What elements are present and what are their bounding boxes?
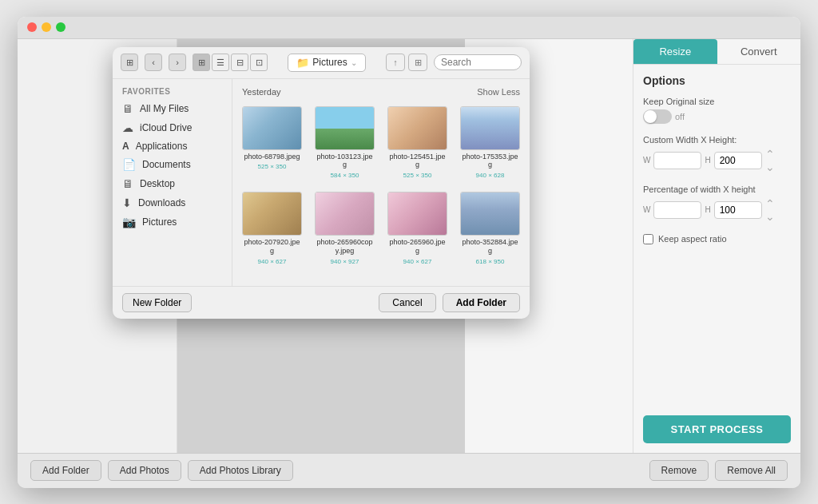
file-thumb-2 <box>387 106 447 150</box>
keep-aspect-checkbox[interactable] <box>643 234 653 244</box>
folder-icon: 📁 <box>296 57 309 69</box>
sidebar-item-desktop[interactable]: 🖥 Desktop <box>113 174 232 193</box>
sidebar-item-applications[interactable]: A Applications <box>113 137 232 155</box>
file-name-6: photo-265960.jpeg <box>387 238 447 256</box>
keep-original-toggle[interactable] <box>643 109 672 124</box>
custom-width-input[interactable] <box>653 152 701 169</box>
pct-height-input[interactable] <box>714 201 762 219</box>
add-folder-button[interactable]: Add Folder <box>30 460 101 481</box>
thumb-img-1 <box>316 107 374 149</box>
file-item-1[interactable]: photo-103123.jpeg 584 × 350 <box>312 103 378 183</box>
file-item-2[interactable]: photo-125451.jpeg 525 × 350 <box>384 103 451 183</box>
file-name-4: photo-207920.jpeg <box>242 238 302 256</box>
percentage-inputs: W H ⌃⌄ <box>643 197 791 223</box>
sidebar-item-pictures[interactable]: 📷 Pictures <box>113 212 232 232</box>
desktop-icon: 🖥 <box>122 177 133 190</box>
sidebar-item-documents[interactable]: 📄 Documents <box>113 155 232 174</box>
right-panel: Resize Convert Options Keep Original siz… <box>633 39 800 453</box>
custom-height-stepper[interactable]: ⌃⌄ <box>765 148 775 173</box>
percentage-group: Percentage of width X height W H ⌃⌄ <box>643 185 791 223</box>
content-area: ⊞ ‹ › ⊞ ☰ ⊟ ⊡ <box>177 39 633 453</box>
sidebar-item-downloads[interactable]: ⬇ Downloads <box>113 193 232 212</box>
dialog-bottom-right: Cancel Add Folder <box>379 293 520 312</box>
custom-size-label: Custom Width X Height: <box>643 135 791 145</box>
file-item-6[interactable]: photo-265960.jpeg 940 × 627 <box>384 189 451 268</box>
column-view-button[interactable]: ⊟ <box>231 54 248 71</box>
toggle-state-label: off <box>675 112 685 121</box>
options-title: Options <box>643 74 791 87</box>
title-bar <box>18 17 800 39</box>
file-size-7: 618 × 950 <box>476 258 505 265</box>
right-tabs: Resize Convert <box>633 39 800 65</box>
file-size-3: 940 × 628 <box>476 172 505 179</box>
location-pill: 📁 Pictures ⌄ <box>288 54 365 72</box>
keep-original-label: Keep Original size <box>643 97 791 106</box>
pct-width-input[interactable] <box>653 201 701 219</box>
width-label: W <box>643 156 650 165</box>
show-less-link[interactable]: Show Less <box>477 87 520 97</box>
file-thumb-1 <box>315 106 375 150</box>
cancel-button[interactable]: Cancel <box>379 293 435 312</box>
add-folder-confirm-button[interactable]: Add Folder <box>443 293 520 312</box>
traffic-lights <box>27 22 66 32</box>
dialog-bottom: New Folder Cancel Add Folder <box>113 286 530 319</box>
file-item-4[interactable]: photo-207920.jpeg 940 × 627 <box>239 189 305 268</box>
remove-all-button[interactable]: Remove All <box>715 460 788 481</box>
maximize-button[interactable] <box>56 22 66 32</box>
file-thumb-0 <box>242 106 302 150</box>
add-button[interactable]: ⊞ <box>408 54 427 71</box>
tab-convert[interactable]: Convert <box>717 39 801 64</box>
applications-icon: A <box>122 141 129 152</box>
dialog-sidebar: Favorites 🖥 All My Files ☁ iCloud Drive … <box>113 79 232 286</box>
thumb-img-0 <box>243 107 301 149</box>
file-size-0: 525 × 350 <box>258 163 287 170</box>
file-name-7: photo-352884.jpeg <box>460 238 520 256</box>
icon-view-button[interactable]: ⊞ <box>193 54 210 71</box>
back-button[interactable]: ‹ <box>145 54 162 71</box>
dialog-action-buttons: ↑ ⊞ <box>386 54 427 71</box>
close-button[interactable] <box>27 22 37 32</box>
search-input[interactable] <box>434 54 522 70</box>
file-size-4: 940 × 627 <box>258 258 287 265</box>
sidebar-item-all-my-files[interactable]: 🖥 All My Files <box>113 99 232 118</box>
file-item-5[interactable]: photo-265960copy.jpeg 940 × 927 <box>312 189 378 268</box>
new-folder-button[interactable]: New Folder <box>122 293 192 312</box>
pct-height-stepper[interactable]: ⌃⌄ <box>765 197 775 223</box>
keep-aspect-row: Keep aspect ratio <box>643 234 791 244</box>
thumb-img-7 <box>461 192 519 235</box>
add-photos-library-button[interactable]: Add Photos Library <box>188 460 293 481</box>
sidebar-item-label: All My Files <box>140 103 189 114</box>
sidebar-item-label: iCloud Drive <box>140 122 192 133</box>
list-view-button[interactable]: ☰ <box>212 54 229 71</box>
sidebar-item-label: Desktop <box>140 178 175 189</box>
custom-size-group: Custom Width X Height: W H ⌃⌄ <box>643 135 791 173</box>
toggle-row: off <box>643 109 791 124</box>
share-button[interactable]: ↑ <box>386 54 405 71</box>
main-area: ⊞ ‹ › ⊞ ☰ ⊟ ⊡ <box>18 39 800 453</box>
thumb-img-3 <box>461 107 519 149</box>
minimize-button[interactable] <box>42 22 51 32</box>
app-window: ⊞ ‹ › ⊞ ☰ ⊟ ⊡ <box>18 17 800 488</box>
file-thumb-3 <box>460 106 520 150</box>
forward-button[interactable]: › <box>169 54 186 71</box>
pictures-icon: 📷 <box>122 216 136 228</box>
file-name-3: photo-175353.jpeg <box>460 153 520 170</box>
file-item-3[interactable]: photo-175353.jpeg 940 × 628 <box>457 103 523 183</box>
right-panel-content: Options Keep Original size off Custom Wi… <box>633 65 800 406</box>
remove-button[interactable]: Remove <box>649 460 709 481</box>
file-name-1: photo-103123.jpeg <box>315 153 375 170</box>
file-item-0[interactable]: photo-68798.jpeg 525 × 350 <box>239 103 305 183</box>
tab-resize[interactable]: Resize <box>633 39 717 64</box>
file-item-7[interactable]: photo-352884.jpeg 618 × 950 <box>457 189 523 268</box>
start-process-button[interactable]: START PROCESS <box>643 415 791 443</box>
sidebar-toggle-button[interactable]: ⊞ <box>121 54 138 71</box>
add-photos-button[interactable]: Add Photos <box>108 460 181 481</box>
sidebar-item-icloud-drive[interactable]: ☁ iCloud Drive <box>113 118 232 137</box>
file-dialog: ⊞ ‹ › ⊞ ☰ ⊟ ⊡ <box>113 47 530 319</box>
file-thumb-6 <box>387 192 447 236</box>
custom-height-input[interactable] <box>714 152 762 169</box>
pct-width-label: W <box>643 205 650 214</box>
gallery-view-button[interactable]: ⊡ <box>250 54 268 71</box>
keep-aspect-label: Keep aspect ratio <box>658 234 727 244</box>
icloud-icon: ☁ <box>122 121 133 134</box>
